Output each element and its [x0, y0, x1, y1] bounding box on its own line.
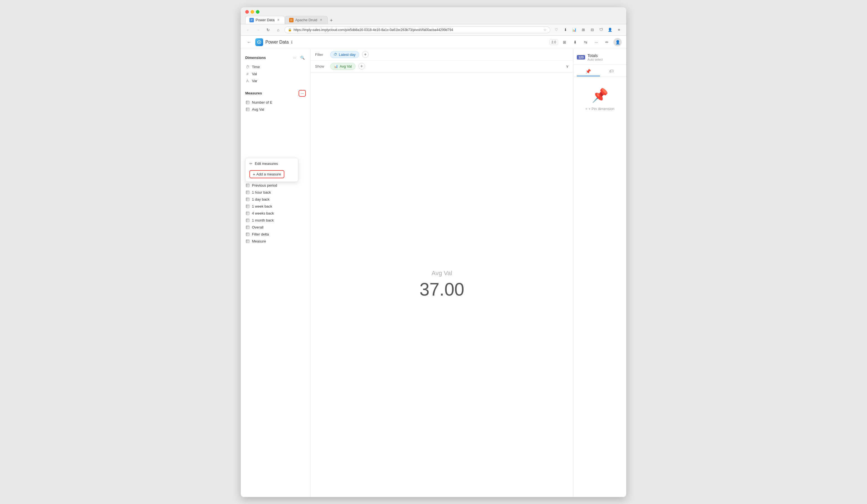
right-panel-header: 123 Totals Auto select	[574, 52, 626, 65]
right-panel: 123 Totals Auto select 📌 🏷 📌 + + Pin dim…	[573, 49, 626, 497]
show-chip[interactable]: 📊 Avg Val	[330, 63, 355, 70]
dimensions-more-btn[interactable]: ···	[291, 54, 298, 61]
measures-title: Measures	[245, 91, 262, 95]
sidebar-item-var[interactable]: A Var	[241, 77, 310, 84]
dimensions-section-header: Dimensions ··· 🔍	[241, 53, 310, 62]
tab-apache-druid-close[interactable]: ✕	[319, 18, 323, 22]
user-avatar-btn[interactable]: 👤	[613, 38, 622, 46]
sidebar-item-previous-period[interactable]: Previous period	[241, 182, 310, 189]
sidebar-item-filter-delta[interactable]: Filter delta	[241, 231, 310, 238]
refresh-button[interactable]: ↻	[264, 26, 272, 34]
edit-icon: ✏	[249, 161, 253, 166]
svg-rect-5	[246, 108, 249, 111]
collapse-btn[interactable]: ∨	[566, 64, 569, 68]
shield-icon[interactable]: 🛡	[597, 26, 605, 34]
var-icon: A	[245, 79, 250, 83]
add-measure-item[interactable]: + Add a measure	[246, 168, 298, 181]
minimize-window-button[interactable]	[250, 10, 254, 14]
svg-rect-2	[246, 101, 249, 104]
url-text: https://imply-sales.implycloud.com/p/e5d…	[293, 28, 542, 32]
previous-period-label: Previous period	[252, 183, 277, 187]
sidebar-item-time[interactable]: ⏱ Time	[241, 63, 310, 71]
browser-window: P Power Data ✕ D Apache Druid ✕ + ← → ↻ …	[241, 7, 626, 497]
sidebar-item-1-month-back[interactable]: 1 month back	[241, 217, 310, 224]
share-icon-btn[interactable]: ⇆	[581, 38, 590, 46]
svg-rect-8	[246, 184, 249, 187]
app-bar-left: ← Power Data ℹ	[245, 38, 292, 46]
dashboard-icon-btn[interactable]: ⊞	[560, 38, 569, 46]
rp-tab-pin[interactable]: 📌	[577, 67, 600, 76]
grid-icon[interactable]: ⊟	[588, 26, 596, 34]
pin-dimension-btn[interactable]: + + Pin dimension	[585, 107, 614, 111]
1-hour-back-icon	[245, 191, 250, 194]
back-button[interactable]: ←	[244, 26, 252, 34]
maximize-window-button[interactable]	[256, 10, 259, 14]
close-window-button[interactable]	[245, 10, 249, 14]
pin-dimension-label: + Pin dimension	[589, 107, 614, 111]
power-data-tab-icon: P	[249, 18, 254, 22]
more-icon-btn[interactable]: ···	[592, 38, 600, 46]
sidebar-item-1-week-back[interactable]: 1 week back	[241, 203, 310, 210]
sidebar-item-overall[interactable]: Overall	[241, 224, 310, 231]
4-weeks-back-label: 4 weeks back	[252, 211, 274, 215]
dimensions-search-btn[interactable]: 🔍	[299, 54, 306, 61]
main-layout: Dimensions ··· 🔍 ⏱ Time # Val A Var	[241, 49, 626, 497]
filter-chip[interactable]: ⏱ Latest day	[330, 51, 359, 58]
add-measure-btn[interactable]: + Add a measure	[249, 170, 284, 178]
filter-delta-label: Filter delta	[252, 232, 269, 236]
edit-measures-item[interactable]: ✏ Edit measures	[246, 159, 298, 168]
apache-druid-tab-icon: D	[289, 18, 293, 22]
val-hash-icon: #	[245, 72, 250, 76]
1-week-back-label: 1 week back	[252, 204, 272, 208]
overall-label: Overall	[252, 225, 264, 229]
new-tab-button[interactable]: +	[328, 17, 335, 24]
edit-icon-btn[interactable]: ✏	[603, 38, 611, 46]
bookmarks-icon[interactable]: ♡	[553, 26, 560, 34]
app-back-button[interactable]: ←	[245, 38, 253, 46]
tab-power-data[interactable]: P Power Data ✕	[245, 16, 285, 24]
sidebar-item-var-label: Var	[252, 79, 257, 83]
dimensions-actions: ··· 🔍	[291, 54, 306, 61]
filter-chip-icon: ⏱	[334, 53, 337, 56]
edit-measures-label: Edit measures	[255, 161, 278, 166]
tab-power-data-close[interactable]: ✕	[276, 18, 281, 22]
add-filter-btn[interactable]: +	[362, 51, 369, 58]
sidebar: Dimensions ··· 🔍 ⏱ Time # Val A Var	[241, 49, 311, 497]
sidebar-item-4-weeks-back[interactable]: 4 weeks back	[241, 210, 310, 217]
measures-more-btn[interactable]: ···	[299, 90, 306, 97]
sidebar-item-avg-val[interactable]: Avg Val	[241, 106, 310, 113]
svg-rect-20	[246, 212, 249, 215]
totals-subtitle: Auto select	[587, 58, 602, 61]
rp-tab-filter[interactable]: 🏷	[600, 67, 623, 76]
content-area: Filter ⏱ Latest day + Show 📊 Avg Val +	[311, 49, 573, 497]
filter-chip-label: Latest day	[339, 53, 355, 57]
dimensions-section: Dimensions ··· 🔍 ⏱ Time # Val A Var	[241, 53, 310, 84]
tabs-icon[interactable]: ⊞	[579, 26, 587, 34]
sidebar-item-number-of[interactable]: Number of E	[241, 99, 310, 106]
tab-apache-druid[interactable]: D Apache Druid ✕	[285, 16, 328, 24]
download-icon[interactable]: ⬇	[561, 26, 569, 34]
sidebar-item-1-day-back[interactable]: 1 day back	[241, 196, 310, 203]
profile-icon[interactable]: 👤	[606, 26, 614, 34]
app-info-icon[interactable]: ℹ	[291, 40, 292, 44]
metric-label: Avg Val	[431, 270, 452, 277]
stats-icon[interactable]: 📊	[570, 26, 578, 34]
pin-large-icon: 📌	[592, 88, 608, 103]
forward-button[interactable]: →	[254, 26, 262, 34]
sidebar-item-1-hour-back[interactable]: 1 hour back	[241, 189, 310, 196]
1-month-back-label: 1 month back	[252, 218, 274, 222]
address-bar[interactable]: 🔒 https://imply-sales.implycloud.com/p/e…	[284, 26, 550, 33]
sidebar-item-measure[interactable]: Measure	[241, 238, 310, 245]
bookmark-icon: ☆	[544, 28, 547, 32]
svg-rect-23	[246, 219, 249, 222]
measure-icon	[245, 239, 250, 243]
menu-icon[interactable]: ≡	[615, 26, 623, 34]
1-hour-back-label: 1 hour back	[252, 190, 271, 194]
sidebar-item-val[interactable]: # Val	[241, 71, 310, 77]
measures-section-header: Measures ···	[241, 89, 310, 98]
home-button[interactable]: ⌂	[274, 26, 282, 34]
add-show-btn[interactable]: +	[358, 63, 365, 69]
show-label: Show	[315, 64, 327, 68]
download-icon-btn[interactable]: ⬇	[571, 38, 579, 46]
1-day-back-label: 1 day back	[252, 197, 269, 202]
